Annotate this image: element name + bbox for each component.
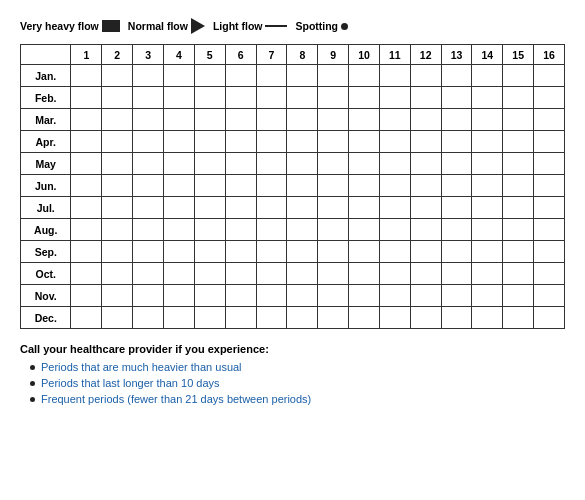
calendar-cell[interactable] <box>503 175 534 197</box>
calendar-cell[interactable] <box>379 65 410 87</box>
calendar-cell[interactable] <box>133 153 164 175</box>
calendar-cell[interactable] <box>287 219 318 241</box>
calendar-cell[interactable] <box>410 197 441 219</box>
calendar-cell[interactable] <box>410 219 441 241</box>
calendar-cell[interactable] <box>534 131 565 153</box>
calendar-cell[interactable] <box>410 87 441 109</box>
calendar-cell[interactable] <box>534 175 565 197</box>
calendar-cell[interactable] <box>133 131 164 153</box>
calendar-cell[interactable] <box>133 87 164 109</box>
calendar-cell[interactable] <box>318 263 349 285</box>
calendar-cell[interactable] <box>164 153 195 175</box>
calendar-cell[interactable] <box>133 241 164 263</box>
calendar-cell[interactable] <box>164 197 195 219</box>
calendar-cell[interactable] <box>534 307 565 329</box>
calendar-cell[interactable] <box>164 131 195 153</box>
calendar-cell[interactable] <box>349 87 380 109</box>
calendar-cell[interactable] <box>318 175 349 197</box>
calendar-cell[interactable] <box>503 153 534 175</box>
calendar-cell[interactable] <box>349 65 380 87</box>
calendar-cell[interactable] <box>194 109 225 131</box>
calendar-cell[interactable] <box>379 109 410 131</box>
calendar-cell[interactable] <box>225 307 256 329</box>
calendar-cell[interactable] <box>503 241 534 263</box>
calendar-cell[interactable] <box>410 109 441 131</box>
calendar-cell[interactable] <box>256 219 287 241</box>
calendar-cell[interactable] <box>194 219 225 241</box>
calendar-cell[interactable] <box>410 65 441 87</box>
calendar-cell[interactable] <box>102 131 133 153</box>
calendar-cell[interactable] <box>164 285 195 307</box>
calendar-cell[interactable] <box>379 263 410 285</box>
calendar-cell[interactable] <box>194 241 225 263</box>
calendar-cell[interactable] <box>349 131 380 153</box>
calendar-cell[interactable] <box>71 197 102 219</box>
calendar-cell[interactable] <box>256 87 287 109</box>
calendar-cell[interactable] <box>225 285 256 307</box>
calendar-cell[interactable] <box>287 241 318 263</box>
calendar-cell[interactable] <box>503 131 534 153</box>
calendar-cell[interactable] <box>164 241 195 263</box>
calendar-cell[interactable] <box>71 285 102 307</box>
calendar-cell[interactable] <box>164 65 195 87</box>
calendar-cell[interactable] <box>256 285 287 307</box>
calendar-cell[interactable] <box>256 263 287 285</box>
calendar-cell[interactable] <box>71 219 102 241</box>
calendar-cell[interactable] <box>256 197 287 219</box>
calendar-cell[interactable] <box>225 65 256 87</box>
calendar-cell[interactable] <box>379 285 410 307</box>
calendar-cell[interactable] <box>225 175 256 197</box>
calendar-cell[interactable] <box>225 87 256 109</box>
calendar-cell[interactable] <box>472 285 503 307</box>
calendar-cell[interactable] <box>287 263 318 285</box>
calendar-cell[interactable] <box>441 285 472 307</box>
calendar-cell[interactable] <box>287 285 318 307</box>
calendar-cell[interactable] <box>534 241 565 263</box>
calendar-cell[interactable] <box>102 219 133 241</box>
calendar-cell[interactable] <box>102 87 133 109</box>
calendar-cell[interactable] <box>102 307 133 329</box>
calendar-cell[interactable] <box>164 263 195 285</box>
calendar-cell[interactable] <box>225 109 256 131</box>
calendar-cell[interactable] <box>256 65 287 87</box>
calendar-cell[interactable] <box>379 87 410 109</box>
calendar-cell[interactable] <box>534 219 565 241</box>
calendar-cell[interactable] <box>410 307 441 329</box>
calendar-cell[interactable] <box>534 263 565 285</box>
calendar-cell[interactable] <box>441 241 472 263</box>
calendar-cell[interactable] <box>410 241 441 263</box>
calendar-cell[interactable] <box>472 219 503 241</box>
calendar-cell[interactable] <box>71 263 102 285</box>
calendar-cell[interactable] <box>472 175 503 197</box>
calendar-cell[interactable] <box>194 263 225 285</box>
calendar-cell[interactable] <box>256 131 287 153</box>
calendar-cell[interactable] <box>71 307 102 329</box>
calendar-cell[interactable] <box>256 241 287 263</box>
calendar-cell[interactable] <box>194 87 225 109</box>
calendar-cell[interactable] <box>441 65 472 87</box>
calendar-cell[interactable] <box>287 109 318 131</box>
calendar-cell[interactable] <box>194 197 225 219</box>
calendar-cell[interactable] <box>503 197 534 219</box>
calendar-cell[interactable] <box>349 285 380 307</box>
calendar-cell[interactable] <box>349 219 380 241</box>
calendar-cell[interactable] <box>225 197 256 219</box>
calendar-cell[interactable] <box>133 263 164 285</box>
calendar-cell[interactable] <box>379 241 410 263</box>
calendar-cell[interactable] <box>194 175 225 197</box>
calendar-cell[interactable] <box>503 65 534 87</box>
calendar-cell[interactable] <box>379 153 410 175</box>
calendar-cell[interactable] <box>194 131 225 153</box>
calendar-cell[interactable] <box>194 285 225 307</box>
calendar-cell[interactable] <box>225 153 256 175</box>
calendar-cell[interactable] <box>472 307 503 329</box>
calendar-cell[interactable] <box>256 307 287 329</box>
calendar-cell[interactable] <box>71 241 102 263</box>
calendar-cell[interactable] <box>225 219 256 241</box>
calendar-cell[interactable] <box>441 197 472 219</box>
calendar-cell[interactable] <box>164 307 195 329</box>
calendar-cell[interactable] <box>287 65 318 87</box>
calendar-cell[interactable] <box>534 285 565 307</box>
calendar-cell[interactable] <box>102 109 133 131</box>
calendar-cell[interactable] <box>102 241 133 263</box>
